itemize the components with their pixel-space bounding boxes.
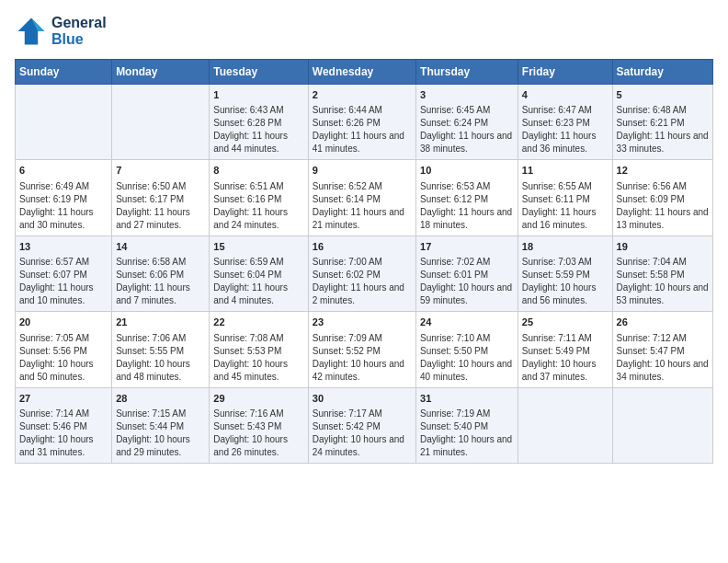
- logo-text: General Blue: [51, 15, 107, 48]
- day-number: 24: [420, 316, 514, 329]
- calendar-cell: 25Sunrise: 7:11 AMSunset: 5:49 PMDayligh…: [518, 312, 612, 387]
- calendar-week-row: 6Sunrise: 6:49 AMSunset: 6:19 PMDaylight…: [16, 160, 713, 236]
- cell-content: Sunrise: 7:09 AMSunset: 5:52 PMDaylight:…: [313, 332, 412, 384]
- day-number: 12: [617, 164, 709, 178]
- cell-content: Sunrise: 6:44 AMSunset: 6:26 PMDaylight:…: [313, 104, 412, 155]
- day-number: 3: [420, 88, 514, 102]
- day-number: 23: [313, 316, 412, 329]
- cell-content: Sunrise: 6:48 AMSunset: 6:21 PMDaylight:…: [617, 104, 709, 155]
- day-number: 29: [213, 392, 303, 406]
- cell-content: Sunrise: 7:05 AMSunset: 5:56 PMDaylight:…: [19, 332, 108, 384]
- calendar-cell: 14Sunrise: 6:58 AMSunset: 6:06 PMDayligh…: [112, 236, 210, 311]
- calendar-cell: 19Sunrise: 7:04 AMSunset: 5:58 PMDayligh…: [612, 236, 712, 311]
- day-of-week-header: Friday: [518, 60, 612, 85]
- cell-content: Sunrise: 7:04 AMSunset: 5:58 PMDaylight:…: [617, 256, 709, 307]
- day-number: 28: [116, 392, 205, 406]
- calendar-week-row: 27Sunrise: 7:14 AMSunset: 5:46 PMDayligh…: [16, 387, 713, 463]
- day-number: 30: [313, 392, 412, 406]
- day-number: 20: [19, 316, 108, 329]
- calendar-cell: 16Sunrise: 7:00 AMSunset: 6:02 PMDayligh…: [308, 236, 415, 311]
- cell-content: Sunrise: 6:49 AMSunset: 6:19 PMDaylight:…: [19, 180, 108, 232]
- cell-content: Sunrise: 7:08 AMSunset: 5:53 PMDaylight:…: [213, 332, 303, 384]
- day-number: 15: [213, 240, 303, 254]
- calendar-cell: 12Sunrise: 6:56 AMSunset: 6:09 PMDayligh…: [612, 160, 712, 236]
- cell-content: Sunrise: 6:55 AMSunset: 6:11 PMDaylight:…: [522, 180, 609, 232]
- cell-content: Sunrise: 7:02 AMSunset: 6:01 PMDaylight:…: [420, 256, 514, 307]
- day-of-week-header: Sunday: [16, 60, 112, 85]
- day-number: 8: [213, 164, 303, 178]
- day-number: 25: [522, 316, 609, 329]
- calendar-cell: 31Sunrise: 7:19 AMSunset: 5:40 PMDayligh…: [416, 387, 518, 463]
- calendar-cell: 11Sunrise: 6:55 AMSunset: 6:11 PMDayligh…: [518, 160, 612, 236]
- calendar-week-row: 13Sunrise: 6:57 AMSunset: 6:07 PMDayligh…: [16, 236, 713, 311]
- calendar-cell: 20Sunrise: 7:05 AMSunset: 5:56 PMDayligh…: [16, 312, 112, 387]
- logo: General Blue: [15, 15, 107, 48]
- cell-content: Sunrise: 6:47 AMSunset: 6:23 PMDaylight:…: [522, 104, 609, 155]
- day-number: 22: [213, 316, 303, 329]
- cell-content: Sunrise: 6:52 AMSunset: 6:14 PMDaylight:…: [313, 180, 412, 232]
- page-header: General Blue: [15, 15, 713, 48]
- day-number: 31: [420, 392, 514, 406]
- day-of-week-header: Tuesday: [210, 60, 308, 85]
- calendar-cell: 7Sunrise: 6:50 AMSunset: 6:17 PMDaylight…: [112, 160, 210, 236]
- day-number: 7: [116, 164, 205, 178]
- cell-content: Sunrise: 7:17 AMSunset: 5:42 PMDaylight:…: [313, 408, 412, 459]
- calendar-cell: 17Sunrise: 7:02 AMSunset: 6:01 PMDayligh…: [416, 236, 518, 311]
- cell-content: Sunrise: 7:00 AMSunset: 6:02 PMDaylight:…: [313, 256, 412, 307]
- day-number: 18: [522, 240, 609, 254]
- calendar-cell: 13Sunrise: 6:57 AMSunset: 6:07 PMDayligh…: [16, 236, 112, 311]
- calendar-cell: 9Sunrise: 6:52 AMSunset: 6:14 PMDaylight…: [308, 160, 415, 236]
- day-number: 19: [617, 240, 709, 254]
- calendar-cell: [112, 85, 210, 160]
- day-of-week-header: Wednesday: [308, 60, 415, 85]
- calendar-cell: 29Sunrise: 7:16 AMSunset: 5:43 PMDayligh…: [210, 387, 308, 463]
- calendar-cell: 1Sunrise: 6:43 AMSunset: 6:28 PMDaylight…: [210, 85, 308, 160]
- day-number: 21: [116, 316, 205, 329]
- calendar-cell: 5Sunrise: 6:48 AMSunset: 6:21 PMDaylight…: [612, 85, 712, 160]
- day-number: 16: [313, 240, 412, 254]
- calendar-week-row: 20Sunrise: 7:05 AMSunset: 5:56 PMDayligh…: [16, 312, 713, 387]
- calendar-cell: 2Sunrise: 6:44 AMSunset: 6:26 PMDaylight…: [308, 85, 415, 160]
- cell-content: Sunrise: 7:14 AMSunset: 5:46 PMDaylight:…: [19, 408, 108, 459]
- calendar-header-row: SundayMondayTuesdayWednesdayThursdayFrid…: [16, 60, 713, 85]
- cell-content: Sunrise: 6:50 AMSunset: 6:17 PMDaylight:…: [116, 180, 205, 232]
- day-number: 4: [522, 88, 609, 102]
- day-number: 14: [116, 240, 205, 254]
- day-number: 26: [617, 316, 709, 329]
- day-number: 10: [420, 164, 514, 178]
- calendar-cell: 24Sunrise: 7:10 AMSunset: 5:50 PMDayligh…: [416, 312, 518, 387]
- calendar-cell: 4Sunrise: 6:47 AMSunset: 6:23 PMDaylight…: [518, 85, 612, 160]
- cell-content: Sunrise: 7:15 AMSunset: 5:44 PMDaylight:…: [116, 408, 205, 459]
- cell-content: Sunrise: 7:03 AMSunset: 5:59 PMDaylight:…: [522, 256, 609, 307]
- day-number: 6: [19, 164, 108, 178]
- cell-content: Sunrise: 7:19 AMSunset: 5:40 PMDaylight:…: [420, 408, 514, 459]
- calendar-cell: [518, 387, 612, 463]
- calendar-cell: 21Sunrise: 7:06 AMSunset: 5:55 PMDayligh…: [112, 312, 210, 387]
- calendar-table: SundayMondayTuesdayWednesdayThursdayFrid…: [15, 59, 713, 464]
- cell-content: Sunrise: 6:45 AMSunset: 6:24 PMDaylight:…: [420, 104, 514, 155]
- logo-icon: [15, 15, 48, 48]
- calendar-cell: 26Sunrise: 7:12 AMSunset: 5:47 PMDayligh…: [612, 312, 712, 387]
- cell-content: Sunrise: 7:12 AMSunset: 5:47 PMDaylight:…: [617, 332, 709, 384]
- cell-content: Sunrise: 6:57 AMSunset: 6:07 PMDaylight:…: [19, 256, 108, 307]
- calendar-cell: 27Sunrise: 7:14 AMSunset: 5:46 PMDayligh…: [16, 387, 112, 463]
- day-number: 2: [313, 88, 412, 102]
- day-number: 11: [522, 164, 609, 178]
- cell-content: Sunrise: 6:43 AMSunset: 6:28 PMDaylight:…: [213, 104, 303, 155]
- cell-content: Sunrise: 6:59 AMSunset: 6:04 PMDaylight:…: [213, 256, 303, 307]
- calendar-cell: 10Sunrise: 6:53 AMSunset: 6:12 PMDayligh…: [416, 160, 518, 236]
- calendar-cell: 3Sunrise: 6:45 AMSunset: 6:24 PMDaylight…: [416, 85, 518, 160]
- day-number: 9: [313, 164, 412, 178]
- calendar-cell: 15Sunrise: 6:59 AMSunset: 6:04 PMDayligh…: [210, 236, 308, 311]
- calendar-cell: 22Sunrise: 7:08 AMSunset: 5:53 PMDayligh…: [210, 312, 308, 387]
- cell-content: Sunrise: 6:53 AMSunset: 6:12 PMDaylight:…: [420, 180, 514, 232]
- day-number: 27: [19, 392, 108, 406]
- day-number: 1: [213, 88, 303, 102]
- day-of-week-header: Thursday: [416, 60, 518, 85]
- day-of-week-header: Saturday: [612, 60, 712, 85]
- day-number: 17: [420, 240, 514, 254]
- calendar-cell: 8Sunrise: 6:51 AMSunset: 6:16 PMDaylight…: [210, 160, 308, 236]
- calendar-cell: [612, 387, 712, 463]
- calendar-cell: 30Sunrise: 7:17 AMSunset: 5:42 PMDayligh…: [308, 387, 415, 463]
- day-of-week-header: Monday: [112, 60, 210, 85]
